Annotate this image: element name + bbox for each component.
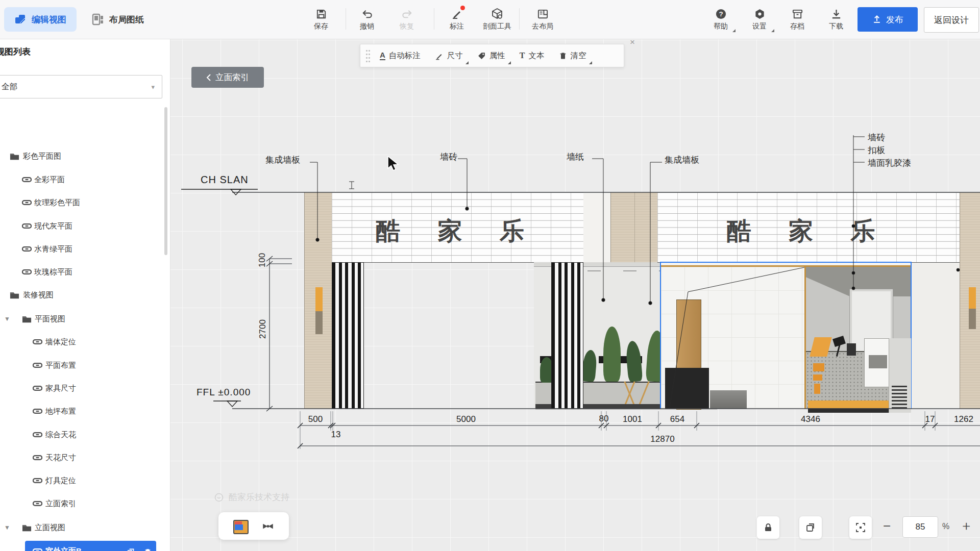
folder-icon: [10, 291, 19, 299]
lock-button[interactable]: [757, 516, 779, 539]
sidebar-item-8[interactable]: 墙体定位: [0, 332, 163, 354]
sidebar-item-12[interactable]: 综合天花: [0, 424, 163, 447]
help-icon: ?: [715, 8, 727, 20]
elevation-index-back-button[interactable]: 立面索引: [191, 67, 264, 88]
dropdown-corner: [508, 61, 511, 64]
sidebar-item-14[interactable]: 灯具定位: [0, 470, 163, 493]
view-list-panel: 视图列表 全部 ▾ 彩色平面图全彩平面纹理彩色平面现代灰平面水青绿平面玫瑰棕平面…: [0, 39, 170, 551]
download-button[interactable]: 下载: [818, 4, 854, 35]
sidebar-item-5[interactable]: 玫瑰棕平面: [0, 262, 163, 284]
top-toolbar: 编辑视图 布局图纸 保存 撤销: [0, 0, 980, 39]
view-link-icon: [22, 176, 32, 183]
tab-layout-sheets[interactable]: 布局图纸: [82, 7, 154, 32]
wall-section-right: [912, 262, 960, 409]
sidebar-item-label: 现代灰平面: [34, 221, 72, 231]
tool-wrench-icon[interactable]: [261, 519, 275, 533]
sidebar-item-16[interactable]: ▼立面视图: [0, 517, 163, 540]
duplicate-view-button[interactable]: [799, 516, 822, 539]
archive-button[interactable]: 存档: [779, 4, 815, 35]
sidebar-item-1[interactable]: 全彩平面: [0, 169, 163, 192]
material-label-stack-2: 扣板: [868, 144, 885, 156]
sidebar-item-label: 综合天花: [45, 430, 76, 440]
view-filter-dropdown[interactable]: 全部 ▾: [0, 75, 162, 98]
sidebar-item-label: 地坪布置: [45, 407, 76, 416]
notification-badge: [460, 6, 465, 10]
section-tool-button[interactable]: 剖面工具: [477, 4, 518, 35]
annotate-button[interactable]: 标注: [439, 4, 475, 35]
storefront2-brick-band[interactable]: 酷 家 乐: [657, 192, 960, 263]
chevron-down-icon: ▾: [151, 83, 155, 91]
sidebar-item-4[interactable]: 水青绿平面: [0, 239, 163, 261]
zoom-in-button[interactable]: ＋: [960, 519, 973, 532]
sidebar-item-label: 墙体定位: [45, 337, 76, 347]
text-tool-icon: T: [520, 51, 525, 60]
sidebar-item-13[interactable]: 天花尺寸: [0, 447, 163, 470]
save-button[interactable]: 保存: [303, 4, 339, 35]
zoom-out-button[interactable]: −: [883, 519, 891, 533]
dropdown-corner: [732, 29, 736, 32]
sidebar-item-0[interactable]: 彩色平面图: [0, 146, 163, 168]
storefront1-striped-column-right[interactable]: [551, 262, 583, 409]
sidebar-item-15[interactable]: 立面索引: [0, 493, 163, 516]
drag-handle[interactable]: [365, 49, 371, 62]
storefront2-selected-render[interactable]: [660, 262, 912, 409]
wall-lamp: [315, 287, 323, 311]
tab-edit-view[interactable]: 编辑视图: [4, 7, 77, 32]
publish-button[interactable]: 发布: [857, 7, 918, 32]
copy-view-icon[interactable]: [127, 548, 135, 551]
sidebar-item-6[interactable]: 装修视图: [0, 285, 163, 307]
divider: [434, 8, 434, 30]
save-icon: [315, 8, 327, 20]
undo-button[interactable]: 撤销: [349, 4, 385, 35]
sidebar-item-9[interactable]: 平面布置: [0, 355, 163, 378]
wall-pier-right[interactable]: [960, 192, 980, 409]
sidebar-item-17[interactable]: 室外立面B: [0, 541, 163, 551]
material-label-panel-right: 集成墙板: [665, 154, 699, 166]
view-link-icon: [33, 500, 42, 507]
help-button[interactable]: ? 帮助: [703, 4, 739, 35]
fit-view-icon: [855, 522, 866, 533]
attribute-button[interactable]: 属性: [470, 44, 512, 67]
close-icon[interactable]: ×: [630, 37, 635, 47]
sidebar-item-3[interactable]: 现代灰平面: [0, 216, 163, 238]
duplicate-window-icon: [805, 522, 816, 533]
dimension-button[interactable]: 尺寸: [428, 44, 470, 67]
wall-pier-left[interactable]: [304, 192, 333, 409]
redo-button[interactable]: 恢复: [389, 4, 425, 35]
delete-view-icon[interactable]: [144, 548, 152, 551]
sidebar-item-11[interactable]: 地坪布置: [0, 401, 163, 423]
dim-4346: 4346: [801, 414, 820, 424]
dropdown-corner: [465, 61, 469, 64]
watermark: 酷家乐技术支持: [214, 491, 289, 503]
dimension-pencil-icon: [435, 52, 444, 60]
render-speaker: [847, 343, 856, 356]
sidebar-item-label: 室外立面B: [45, 546, 82, 551]
settings-button[interactable]: 设置: [742, 4, 777, 35]
drawing-file-icon[interactable]: [232, 519, 248, 533]
tree-caret-icon[interactable]: ▼: [4, 524, 10, 531]
scrollbar-thumb[interactable]: [164, 107, 167, 255]
counter-logo: [813, 363, 824, 371]
cabinet-line: [587, 270, 601, 271]
text-button[interactable]: T 文本: [512, 44, 552, 67]
back-to-design-button[interactable]: 返回设计: [924, 7, 979, 33]
sidebar-item-2[interactable]: 纹理彩色平面: [0, 192, 163, 215]
folder-icon: [10, 153, 19, 161]
dim-1001: 1001: [623, 414, 642, 424]
render-dark-cabinet: [665, 368, 709, 409]
zoom-level-input[interactable]: [902, 516, 938, 538]
fit-view-button[interactable]: [849, 516, 872, 539]
dim-100: 100: [257, 253, 267, 267]
section-cube-icon: [491, 8, 503, 20]
divider: [346, 8, 346, 30]
auto-dimension-button[interactable]: A 自动标注: [373, 44, 428, 67]
to-layout-button[interactable]: 去布局: [525, 4, 560, 35]
tree-caret-icon[interactable]: ▼: [4, 315, 10, 322]
wall-lamp-stem: [969, 309, 976, 329]
sidebar-item-label: 立面视图: [35, 523, 65, 533]
sidebar-item-10[interactable]: 家具尺寸: [0, 378, 163, 400]
storefront1-striped-column-left[interactable]: [332, 262, 364, 409]
clear-button[interactable]: 清空: [552, 44, 594, 67]
storefront1-brick-band[interactable]: 酷 家 乐: [332, 192, 583, 263]
sidebar-item-7[interactable]: ▼平面视图: [0, 309, 163, 331]
